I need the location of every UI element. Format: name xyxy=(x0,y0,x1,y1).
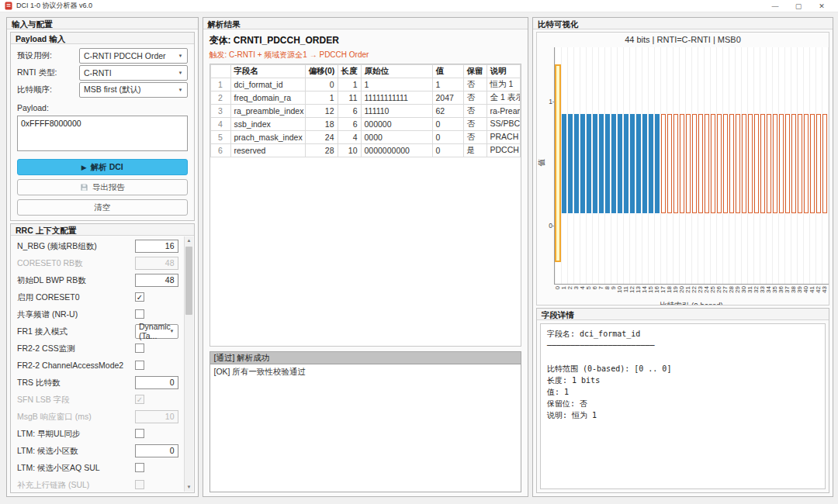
detail-line: 保留位: 否 xyxy=(547,398,819,409)
rrc-row: LTM: 候选小区AQ SUL xyxy=(11,459,194,476)
field-details-caption: 字段详情 xyxy=(537,309,829,320)
table-cell: ra_preamble_index xyxy=(230,105,305,118)
rrc-checkbox[interactable] xyxy=(135,361,144,370)
table-cell: 否 xyxy=(463,118,487,131)
bit-bar xyxy=(798,114,802,213)
table-row[interactable]: 2freq_domain_ra111111111111112047否全 1 表示… xyxy=(210,91,520,105)
bit-bar xyxy=(779,114,784,213)
bit-bar xyxy=(667,114,672,213)
rrc-checkbox[interactable]: ✓ xyxy=(135,292,144,302)
bit-bar xyxy=(587,114,591,213)
table-cell: 24 xyxy=(305,131,338,144)
table-column-header xyxy=(210,65,230,78)
table-cell: 0 xyxy=(432,118,463,131)
scroll-up-icon[interactable]: ▲ xyxy=(185,236,194,245)
parse-result-panel: 解析结果 变体: CRNTI_PDCCH_ORDER 触发: C-RNTI + … xyxy=(203,17,528,497)
payload-input[interactable]: 0xFFFF8000000 xyxy=(17,116,188,151)
table-cell: 0 xyxy=(305,78,338,91)
table-column-header: 原始位 xyxy=(361,65,432,78)
bit-bar xyxy=(580,114,585,213)
scroll-down-icon[interactable]: ▼ xyxy=(185,483,194,492)
rrc-value-input[interactable] xyxy=(135,240,178,253)
parse-dci-button[interactable]: ▶ 解析 DCI xyxy=(17,159,188,175)
bit-bar xyxy=(618,114,622,213)
table-cell: 111110 xyxy=(361,105,432,118)
bit-bar xyxy=(810,114,815,213)
parse-result-caption: 解析结果 xyxy=(203,18,528,29)
rrc-field-label: N_RBG (频域RB组数) xyxy=(17,241,97,252)
rrc-checkbox xyxy=(135,480,144,489)
field-details-text: 字段名: dci_format_id──────────────────────… xyxy=(540,323,826,489)
table-cell: dci_format_id xyxy=(230,78,305,91)
rrc-row: FR2-2 CSS监测 xyxy=(11,340,194,357)
detail-line: 说明: 恒为 1 xyxy=(547,409,819,421)
clear-label: 清空 xyxy=(94,202,110,213)
bit-bar xyxy=(723,114,728,213)
bit-chart: 44 bits | RNTI=C-RNTI | MSB0 值 012345678… xyxy=(536,32,829,306)
table-cell: 3 xyxy=(210,105,230,118)
trigger-line: 触发: C-RNTI + 频域资源全1 → PDCCH Order xyxy=(210,50,521,60)
log-header: [通过] 解析成功 xyxy=(210,352,521,364)
chart-title: 44 bits | RNTI=C-RNTI | MSB0 xyxy=(537,35,829,46)
clear-button[interactable]: 清空 xyxy=(17,199,188,216)
rrc-select[interactable]: Dynamic (Ta...▼ xyxy=(135,324,178,339)
rrc-row: 启用 CORESET0✓ xyxy=(11,288,194,306)
maximize-button[interactable]: ▢ xyxy=(787,2,810,10)
export-report-button[interactable]: 导出报告 xyxy=(17,179,188,195)
bit-bar xyxy=(804,114,809,213)
y-tick-label: 1 xyxy=(542,98,552,105)
table-cell: SS/PBCH 索引 xyxy=(487,118,520,131)
table-row[interactable]: 1dci_format_id0111否恒为 1 xyxy=(210,78,520,91)
detail-line: 长度: 1 bits xyxy=(547,375,819,386)
rrc-checkbox[interactable] xyxy=(135,343,144,353)
field-select[interactable]: C-RNTI PDCCH Order▼ xyxy=(79,48,188,64)
table-cell: 否 xyxy=(463,91,487,105)
rrc-checkbox[interactable] xyxy=(135,429,144,438)
bit-bar xyxy=(562,114,566,213)
rrc-checkbox[interactable] xyxy=(135,309,144,319)
bit-bar xyxy=(611,114,616,213)
save-icon xyxy=(80,183,88,192)
bit-bar xyxy=(692,114,697,213)
rrc-row: N_RBG (频域RB组数) xyxy=(11,237,194,254)
payload-field-row: RNTI 类型:C-RNTI▼ xyxy=(17,65,188,81)
table-row[interactable]: 6reserved281000000000000是PDCCH Order 保留比… xyxy=(210,144,520,157)
highlighted-bit-bar xyxy=(555,64,561,262)
minimize-button[interactable]: — xyxy=(764,2,787,10)
rrc-value-input[interactable] xyxy=(135,376,178,389)
rrc-value-input[interactable] xyxy=(135,274,178,287)
rrc-group-caption: RRC 上下文配置 xyxy=(11,224,194,236)
bit-bar xyxy=(686,114,691,213)
bit-bar xyxy=(767,114,771,213)
table-row[interactable]: 3ra_preamble_index12611111062否ra-Preambl… xyxy=(210,105,520,118)
bit-bar xyxy=(748,114,753,213)
close-button[interactable]: ✕ xyxy=(810,2,833,10)
bit-bar xyxy=(816,114,821,213)
rrc-row: 共享频谱 (NR-U) xyxy=(11,306,194,323)
scrollbar-thumb[interactable] xyxy=(185,247,192,315)
main-area: 输入与配置 Payload 输入 预设用例:C-RNTI PDCCH Order… xyxy=(0,12,838,504)
payload-field-row: 比特顺序:MSB first (默认)▼ xyxy=(17,82,188,98)
rrc-field-label: FR2-2 ChannelAccessMode2 xyxy=(17,361,123,370)
table-cell: 恒为 1 xyxy=(487,78,520,91)
bit-bar xyxy=(680,114,684,213)
field-select[interactable]: MSB first (默认)▼ xyxy=(79,82,188,98)
rrc-value-input[interactable] xyxy=(135,444,178,457)
rrc-scrollbar[interactable]: ▲ ▼ xyxy=(184,236,193,492)
rrc-field-label: 启用 CORESET0 xyxy=(17,292,80,303)
table-cell: PDCCH Order 保留比特 xyxy=(487,144,520,157)
table-cell: 4 xyxy=(210,118,230,131)
rrc-field-label: LTM: 候选小区数 xyxy=(17,446,78,457)
bit-visualization-caption: 比特可视化 xyxy=(533,18,833,29)
bit-bar xyxy=(574,114,579,213)
rrc-row: MsgB 响应窗口 (ms) xyxy=(11,408,194,425)
field-select[interactable]: C-RNTI▼ xyxy=(79,65,188,81)
table-row[interactable]: 4ssb_index1860000000否SS/PBCH 索引 xyxy=(210,118,520,131)
bit-bar xyxy=(705,114,709,213)
table-cell: 11 xyxy=(338,91,361,105)
bit-bar xyxy=(642,114,647,213)
rrc-checkbox[interactable] xyxy=(135,463,144,472)
bit-bar xyxy=(624,114,628,213)
table-cell: 4 xyxy=(338,131,361,144)
table-row[interactable]: 5prach_mask_index24400000否PRACH 掩码索引 xyxy=(210,131,520,144)
